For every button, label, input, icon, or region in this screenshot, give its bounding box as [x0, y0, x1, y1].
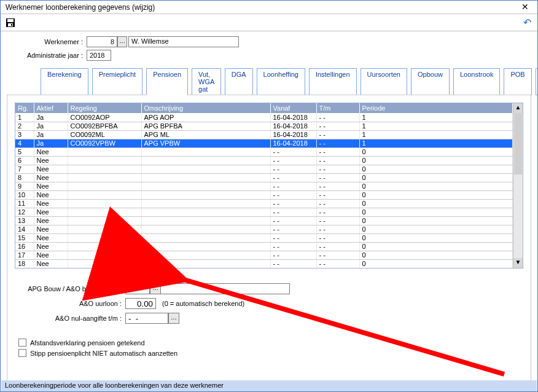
- tab-instellingen[interactable]: Instellingen: [309, 68, 357, 95]
- cell-rg[interactable]: 10: [15, 190, 34, 199]
- tab-loonheffing[interactable]: Loonheffing: [257, 68, 305, 95]
- cell-tm[interactable]: - -: [316, 199, 359, 208]
- col-periode[interactable]: Periode: [359, 103, 513, 113]
- cell-omschrijving[interactable]: [141, 225, 270, 233]
- cell-periode[interactable]: 0: [359, 190, 513, 199]
- table-row[interactable]: 7Nee- -- -0: [15, 165, 513, 173]
- cell-periode[interactable]: 0: [359, 233, 513, 242]
- undo-icon[interactable]: ↶: [520, 17, 534, 28]
- tab-uursoorten[interactable]: Uursoorten: [361, 68, 407, 95]
- cell-omschrijving[interactable]: APG ML: [141, 130, 270, 139]
- cell-aktief[interactable]: Nee: [34, 165, 68, 173]
- cell-periode[interactable]: 0: [359, 242, 513, 251]
- cell-aktief[interactable]: Nee: [34, 182, 68, 190]
- cell-aktief[interactable]: Nee: [34, 208, 68, 216]
- cell-omschrijving[interactable]: [141, 208, 270, 216]
- cell-regeling[interactable]: CO0092AOP: [68, 113, 141, 122]
- cell-vanaf[interactable]: 16-04-2018: [270, 139, 316, 147]
- close-icon[interactable]: ✕: [517, 2, 534, 13]
- table-row[interactable]: 3JaCO0092MLAPG ML16-04-2018- -1: [15, 130, 513, 139]
- cell-omschrijving[interactable]: [141, 147, 270, 156]
- afstand-checkbox[interactable]: [18, 339, 26, 347]
- cell-omschrijving[interactable]: APG BPFBA: [141, 122, 270, 130]
- scroll-up-icon[interactable]: ▲: [513, 103, 523, 113]
- cell-vanaf[interactable]: - -: [270, 173, 316, 182]
- cell-aktief[interactable]: Nee: [34, 225, 68, 233]
- cell-tm[interactable]: - -: [316, 259, 359, 268]
- cell-rg[interactable]: 9: [15, 182, 34, 190]
- cell-tm[interactable]: - -: [316, 242, 359, 251]
- cell-omschrijving[interactable]: APG AOP: [141, 113, 270, 122]
- cell-regeling[interactable]: [68, 156, 141, 165]
- tab-overig[interactable]: Overig: [536, 68, 538, 95]
- cell-periode[interactable]: 1: [359, 139, 513, 147]
- cell-tm[interactable]: - -: [316, 113, 359, 122]
- col-rg[interactable]: Rg.: [15, 103, 34, 113]
- tab-loonstrook[interactable]: Loonstrook: [453, 68, 500, 95]
- cell-vanaf[interactable]: 16-04-2018: [270, 113, 316, 122]
- cell-regeling[interactable]: [68, 165, 141, 173]
- cell-regeling[interactable]: CO0092BPFBA: [68, 122, 141, 130]
- cell-tm[interactable]: - -: [316, 173, 359, 182]
- cell-aktief[interactable]: Nee: [34, 233, 68, 242]
- cell-regeling[interactable]: [68, 259, 141, 268]
- cell-vanaf[interactable]: - -: [270, 190, 316, 199]
- cell-vanaf[interactable]: - -: [270, 208, 316, 216]
- table-row[interactable]: 13Nee- -- -0: [15, 216, 513, 225]
- cell-rg[interactable]: 4: [15, 139, 34, 147]
- cell-regeling[interactable]: [68, 190, 141, 199]
- cell-vanaf[interactable]: 16-04-2018: [270, 122, 316, 130]
- cell-rg[interactable]: 11: [15, 199, 34, 208]
- table-row[interactable]: 5Nee- -- -0: [15, 147, 513, 156]
- nulaangifte-input[interactable]: [125, 313, 168, 324]
- cell-omschrijving[interactable]: [141, 182, 270, 190]
- cell-regeling[interactable]: [68, 242, 141, 251]
- cell-periode[interactable]: 0: [359, 173, 513, 182]
- col-regeling[interactable]: Regeling: [68, 103, 141, 113]
- cell-aktief[interactable]: Ja: [34, 130, 68, 139]
- table-row[interactable]: 18Nee- -- -0: [15, 259, 513, 268]
- cell-aktief[interactable]: Ja: [34, 122, 68, 130]
- cell-tm[interactable]: - -: [316, 139, 359, 147]
- cell-vanaf[interactable]: - -: [270, 147, 316, 156]
- cell-rg[interactable]: 8: [15, 173, 34, 182]
- cell-periode[interactable]: 1: [359, 130, 513, 139]
- cell-omschrijving[interactable]: [141, 242, 270, 251]
- cell-rg[interactable]: 15: [15, 233, 34, 242]
- cell-rg[interactable]: 12: [15, 208, 34, 216]
- nulaangifte-lookup-button[interactable]: …: [168, 313, 179, 324]
- cell-aktief[interactable]: Nee: [34, 156, 68, 165]
- cell-periode[interactable]: 0: [359, 216, 513, 225]
- cell-periode[interactable]: 0: [359, 199, 513, 208]
- cell-omschrijving[interactable]: [141, 199, 270, 208]
- table-row[interactable]: 6Nee- -- -0: [15, 156, 513, 165]
- table-row[interactable]: 14Nee- -- -0: [15, 225, 513, 233]
- cell-aktief[interactable]: Ja: [34, 113, 68, 122]
- table-row[interactable]: 10Nee- -- -0: [15, 190, 513, 199]
- cell-regeling[interactable]: [68, 208, 141, 216]
- cell-periode[interactable]: 0: [359, 225, 513, 233]
- cell-aktief[interactable]: Nee: [34, 199, 68, 208]
- cell-tm[interactable]: - -: [316, 251, 359, 259]
- cell-periode[interactable]: 0: [359, 165, 513, 173]
- cell-periode[interactable]: 0: [359, 208, 513, 216]
- cell-regeling[interactable]: [68, 233, 141, 242]
- cell-aktief[interactable]: Nee: [34, 242, 68, 251]
- table-row[interactable]: 17Nee- -- -0: [15, 251, 513, 259]
- col-tm[interactable]: T/m: [316, 103, 359, 113]
- cell-tm[interactable]: - -: [316, 190, 359, 199]
- cell-regeling[interactable]: [68, 199, 141, 208]
- col-omschrijving[interactable]: Omschrijving: [141, 103, 270, 113]
- cell-vanaf[interactable]: - -: [270, 199, 316, 208]
- table-row[interactable]: 9Nee- -- -0: [15, 182, 513, 190]
- cell-rg[interactable]: 6: [15, 156, 34, 165]
- cell-omschrijving[interactable]: [141, 259, 270, 268]
- cell-aktief[interactable]: Nee: [34, 259, 68, 268]
- stipp-checkbox[interactable]: [18, 349, 26, 357]
- table-row[interactable]: 15Nee- -- -0: [15, 233, 513, 242]
- cell-tm[interactable]: - -: [316, 147, 359, 156]
- cell-regeling[interactable]: [68, 251, 141, 259]
- cell-tm[interactable]: - -: [316, 156, 359, 165]
- table-row[interactable]: 8Nee- -- -0: [15, 173, 513, 182]
- cell-vanaf[interactable]: - -: [270, 225, 316, 233]
